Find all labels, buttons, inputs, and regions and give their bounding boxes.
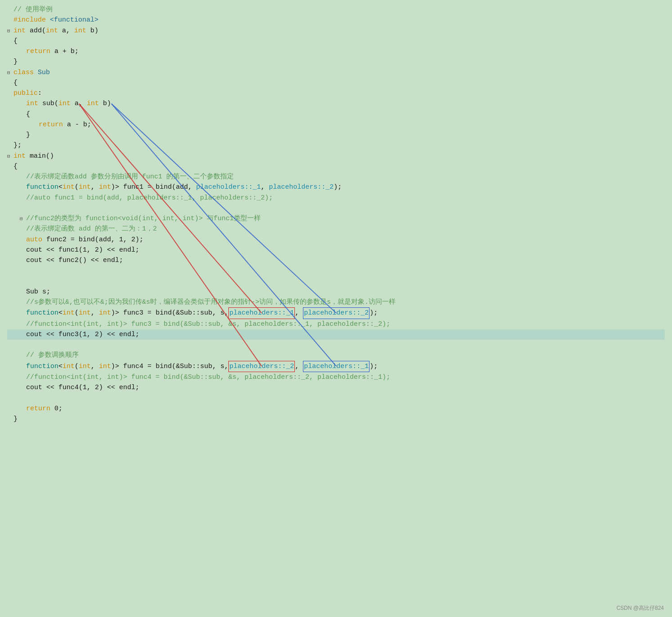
placeholder-1-box-4: placeholders::_1 (303, 361, 369, 372)
code-line-33: // 参数调换顺序 (7, 350, 665, 360)
code-line-38: return 0; (7, 404, 665, 414)
placeholder-2-box: placeholders::_2 (303, 307, 369, 319)
code-line-17: function<int(int, int)> func1 = bind(add… (7, 182, 665, 192)
code-line-2: ⊟ int add(int a, int b) (7, 26, 665, 36)
code-line-34: function<int(int, int)> func4 = bind(&Su… (7, 361, 665, 372)
code-line-14: ⊟ int main() (7, 151, 665, 161)
code-container: // 使用举例 #include <functional> ⊟ int add(… (0, 0, 672, 438)
code-line-36: cout << func4(1, 2) << endl; (7, 382, 665, 393)
code-line-32 (7, 340, 665, 350)
code-line-24: cout << func2() << endl; (7, 255, 665, 266)
code-line-30: //function<int(int, int)> func3 = bind(&… (7, 319, 665, 329)
code-line-8: public: (7, 88, 665, 98)
code-line-0: // 使用举例 (7, 4, 665, 15)
placeholder-2-box-4: placeholders::_2 (228, 361, 295, 372)
code-line-20: ⊟ //func2的类型为 function<void(int, int, in… (7, 213, 665, 224)
code-line-28: //s参数可以&,也可以不&;因为我们传&s时，编译器会类似于用对象的指针->访… (7, 297, 665, 307)
watermark: CSDN @高比仔824 (616, 604, 664, 613)
code-line-25 (7, 266, 665, 276)
code-line-12: } (7, 130, 665, 140)
code-line-5: } (7, 57, 665, 67)
code-line-9: int sub(int a, int b) (7, 98, 665, 109)
code-line-21: //表示绑定函数 add 的第一、二为：1，2 (7, 224, 665, 234)
code-line-7: { (7, 78, 665, 88)
code-line-15: { (7, 161, 665, 172)
code-line-1: #include <functional> (7, 15, 665, 25)
code-line-3: { (7, 36, 665, 46)
code-line-37 (7, 393, 665, 403)
code-line-11: return a - b; (7, 120, 665, 130)
code-line-39: } (7, 414, 665, 424)
code-line-6: ⊟ class Sub (7, 67, 665, 78)
code-line-27: Sub s; (7, 287, 665, 297)
code-line-19 (7, 203, 665, 213)
code-line-16: //表示绑定函数add 参数分别由调用 func1 的第一、二个参数指定 (7, 172, 665, 182)
code-line-13: }; (7, 140, 665, 151)
code-line-26 (7, 276, 665, 287)
code-line-4: return a + b; (7, 46, 665, 57)
placeholder-1-box: placeholders::_1 (228, 307, 295, 319)
code-line-10: { (7, 109, 665, 120)
code-line-31: cout << func3(1, 2) << endl; (7, 329, 665, 340)
code-line-35: //function<int(int, int)> func4 = bind(&… (7, 372, 665, 382)
code-line-23: cout << func1(1, 2) << endl; (7, 245, 665, 255)
code-line-18: //auto func1 = bind(add, placeholders::_… (7, 193, 665, 203)
code-line-29: function<int(int, int)> func3 = bind(&Su… (7, 307, 665, 319)
code-line-22: auto func2 = bind(add, 1, 2); (7, 235, 665, 245)
